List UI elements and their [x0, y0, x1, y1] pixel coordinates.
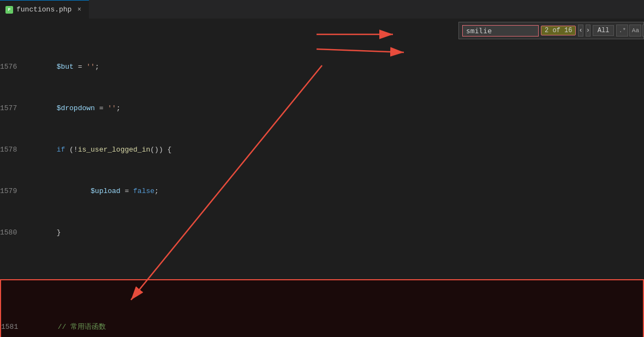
search-prev-button[interactable]: ‹: [578, 25, 583, 37]
search-case-button[interactable]: Aa: [629, 25, 641, 37]
search-next-button[interactable]: ›: [586, 25, 591, 37]
table-row: 1576 $but = '';: [0, 62, 644, 72]
tab-close-button[interactable]: ×: [75, 5, 84, 14]
search-regex-button[interactable]: .*: [616, 25, 628, 37]
table-row: 1580 }: [0, 227, 644, 238]
php-icon: P: [5, 6, 13, 14]
editor-area: 1576 $but = ''; 1577 $dropdown = ''; 157…: [0, 19, 644, 337]
table-row: 1578 if (!is_user_logged_in()) {: [0, 145, 644, 155]
search-count: 2 of 16: [541, 26, 576, 35]
tab-bar: P functions.php ×: [0, 0, 644, 19]
table-row: 1579 $upload = false;: [0, 186, 644, 196]
tab-filename: functions.php: [16, 5, 71, 14]
search-options: .* Aa \b S: [616, 25, 644, 37]
table-row: 1577 $dropdown = '';: [0, 103, 644, 113]
table-row: 1581 // 常用语函数: [1, 322, 643, 332]
file-tab[interactable]: P functions.php ×: [0, 0, 89, 19]
search-panel: 2 of 16 ‹ › All .* Aa \b S ×: [458, 22, 644, 39]
search-input[interactable]: [462, 25, 539, 37]
code-content[interactable]: 1576 $but = ''; 1577 $dropdown = ''; 157…: [0, 19, 644, 337]
search-all-button[interactable]: All: [593, 25, 615, 36]
